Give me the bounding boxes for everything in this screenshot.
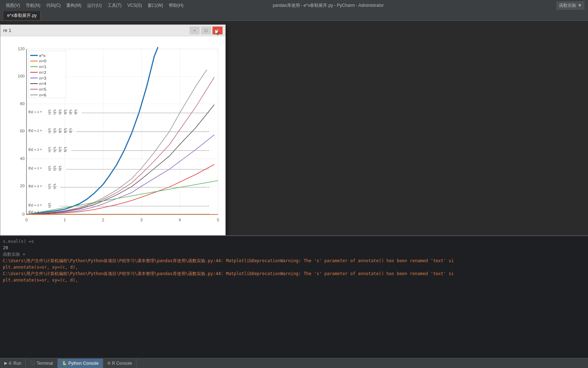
menu-view[interactable]: 视图(V) bbox=[4, 1, 22, 10]
svg-text:→: → bbox=[205, 129, 210, 134]
svg-text:f(x) = 1 +: f(x) = 1 + bbox=[28, 128, 42, 132]
svg-text:f(x) = 1 +: f(x) = 1 + bbox=[28, 184, 42, 188]
svg-text:60: 60 bbox=[20, 129, 25, 133]
svg-rect-25 bbox=[28, 51, 66, 98]
svg-text:f(x) = 1 +: f(x) = 1 + bbox=[28, 166, 42, 170]
svg-text:20: 20 bbox=[20, 184, 25, 188]
svg-text:40: 40 bbox=[20, 156, 25, 161]
svg-text:n=0: n=0 bbox=[39, 59, 47, 63]
svg-text:100: 100 bbox=[18, 74, 24, 78]
r-icon: R bbox=[107, 361, 110, 365]
figure-controls: − □ × bbox=[190, 27, 223, 34]
menu-code[interactable]: 代码(C) bbox=[44, 1, 63, 10]
svg-text:1: 1 bbox=[64, 218, 66, 222]
svg-text:e^x: e^x bbox=[39, 53, 46, 58]
terminal-icon: ⬛ bbox=[30, 361, 35, 365]
svg-text:f(x) = 1: f(x) = 1 bbox=[28, 210, 39, 214]
close-button[interactable]: × bbox=[212, 27, 223, 34]
minimize-button[interactable]: − bbox=[190, 27, 200, 34]
svg-text:→: → bbox=[205, 185, 210, 190]
svg-text:n=4: n=4 bbox=[39, 81, 47, 86]
menu-help[interactable]: 帮助(H) bbox=[167, 1, 186, 10]
active-tab[interactable]: e^x泰勒展开.py bbox=[4, 11, 40, 20]
svg-text:2: 2 bbox=[102, 218, 104, 222]
svg-text:0: 0 bbox=[25, 218, 28, 222]
func-dropdown[interactable]: 函数实验 ▼ bbox=[556, 1, 584, 10]
bottom-tabs: ▶ 4: Run ⬛ Terminal 🐍 Python Console R R… bbox=[0, 358, 588, 368]
console-line-6: C:\Users\用户文件\计算机编程\Python\Python各项目\P程学… bbox=[3, 270, 585, 277]
svg-text:f(x) = 1 +: f(x) = 1 + bbox=[28, 147, 42, 151]
svg-text:→: → bbox=[205, 110, 210, 115]
svg-text:5: 5 bbox=[217, 218, 219, 222]
console-line-2: 20 bbox=[3, 245, 585, 251]
menu-tools[interactable]: 工具(T) bbox=[105, 1, 124, 10]
menu-refactor[interactable]: 重构(M) bbox=[64, 1, 83, 10]
svg-text:120: 120 bbox=[18, 47, 24, 51]
console-line-3: 函数实验 × bbox=[3, 251, 585, 258]
tab-run[interactable]: ▶ 4: Run bbox=[0, 359, 26, 368]
menu-vcs[interactable]: VCS(S) bbox=[125, 2, 144, 9]
console-line-5: plt.annotate(s=sr, xy=(c, d), bbox=[3, 264, 585, 270]
svg-text:n=3: n=3 bbox=[39, 76, 47, 80]
tab-python-console[interactable]: 🐍 Python Console bbox=[58, 359, 104, 368]
chart-svg: 0 20 40 60 80 100 120 0 1 2 3 4 5 bbox=[4, 40, 222, 235]
svg-text:n=5: n=5 bbox=[39, 87, 47, 91]
tab-bar: e^x泰勒展开.py bbox=[0, 11, 588, 21]
svg-text:3: 3 bbox=[140, 218, 142, 222]
tab-r-console[interactable]: R R Console bbox=[103, 359, 137, 368]
console-content: s.eval(s) =s 20 函数实验 × C:\Users\用户文件\计算机… bbox=[0, 236, 588, 368]
figure-window: re 1 − □ × bbox=[0, 24, 226, 254]
run-icon: ▶ bbox=[4, 361, 7, 365]
svg-text:→: → bbox=[205, 203, 210, 208]
menu-window[interactable]: 窗口(W) bbox=[145, 1, 165, 10]
svg-text:→: → bbox=[205, 166, 210, 171]
svg-text:f(x) = 1 +: f(x) = 1 + bbox=[28, 110, 42, 114]
svg-text:4: 4 bbox=[178, 218, 181, 222]
tab-r-label: R Console bbox=[112, 361, 132, 366]
python-icon: 🐍 bbox=[62, 361, 67, 365]
menu-run[interactable]: 运行(U) bbox=[85, 1, 104, 10]
console-line-1: s.eval(s) =s bbox=[3, 238, 585, 245]
svg-text:n=6: n=6 bbox=[39, 93, 47, 97]
menu-right: 函数实验 ▼ bbox=[556, 1, 584, 10]
svg-text:n=1: n=1 bbox=[39, 65, 47, 69]
console-line-7: plt.annotate(s=sr, xy=(c, d), bbox=[3, 277, 585, 283]
tab-python-label: Python Console bbox=[68, 361, 99, 366]
svg-text:0: 0 bbox=[22, 212, 24, 216]
tab-terminal-label: Terminal bbox=[37, 361, 53, 366]
maximize-button[interactable]: □ bbox=[201, 27, 211, 34]
menu-nav[interactable]: 导航(N) bbox=[24, 1, 43, 10]
chart-area: 0 20 40 60 80 100 120 0 1 2 3 4 5 bbox=[0, 36, 225, 239]
tab-terminal[interactable]: ⬛ Terminal bbox=[26, 359, 57, 368]
svg-text:→: → bbox=[205, 211, 210, 216]
app-title: pandas库使用 - e^x泰勒展开.py - PyCharm - Admin… bbox=[273, 3, 384, 9]
figure-title: re 1 bbox=[3, 28, 11, 33]
console-line-4: C:\Users\用户文件\计算机编程\Python\Python各项目\P程学… bbox=[3, 258, 585, 264]
svg-text:→: → bbox=[205, 148, 210, 153]
svg-text:f(x) = 1 +: f(x) = 1 + bbox=[28, 203, 42, 207]
menu-bar: 视图(V) 导航(N) 代码(C) 重构(M) 运行(U) 工具(T) VCS(… bbox=[0, 0, 588, 11]
main-area: re 1 − □ × bbox=[0, 21, 588, 368]
tab-run-label: 4: Run bbox=[9, 361, 21, 366]
figure-titlebar: re 1 − □ × bbox=[0, 25, 225, 36]
svg-text:80: 80 bbox=[20, 102, 25, 106]
svg-text:n=2: n=2 bbox=[39, 70, 47, 75]
console-area: s.eval(s) =s 20 函数实验 × C:\Users\用户文件\计算机… bbox=[0, 235, 588, 368]
